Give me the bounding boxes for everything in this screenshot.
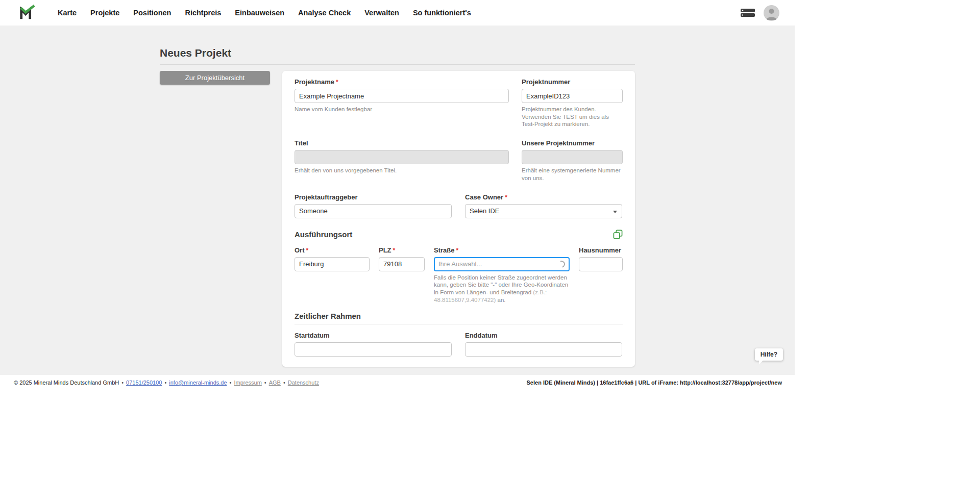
nav-item-positionen[interactable]: Positionen [133, 9, 171, 17]
footer-bar: © 2025 Mineral Minds Deutschland GmbH • … [0, 375, 795, 390]
case-owner-label: Case Owner* [465, 193, 622, 201]
startdatum-label: Startdatum [295, 332, 452, 339]
form-row-name-number: Projektname* Name vom Kunden festlegbar … [295, 78, 623, 128]
nav-item-einbauweisen[interactable]: Einbauweisen [235, 9, 284, 17]
content-row: Zur Projektübersicht Projektname* Name v… [160, 71, 635, 367]
nav-item-karte[interactable]: Karte [58, 9, 77, 17]
server-icon[interactable] [740, 7, 755, 18]
zeitlicher-rahmen-title: Zeitlicher Rahmen [295, 312, 361, 320]
help-button-label: Hilfe? [761, 351, 777, 358]
plz-input[interactable] [379, 257, 425, 271]
strasse-input[interactable] [434, 257, 570, 271]
agb-link[interactable]: AGB [269, 379, 281, 386]
project-form-card: Projektname* Name vom Kunden festlegbar … [282, 71, 635, 367]
case-owner-value: Selen IDE [470, 207, 500, 215]
main-content: Neues Projekt Zur Projektübersicht Proje… [0, 26, 795, 375]
logo-icon [19, 4, 36, 21]
top-nav: Karte Projekte Positionen Richtpreis Ein… [0, 0, 795, 26]
projektnummer-label: Projektnummer [522, 78, 623, 86]
separator-dot: • [264, 379, 266, 386]
hausnummer-input[interactable] [579, 257, 623, 271]
form-row-dates: Startdatum Enddatum [295, 332, 623, 357]
required-mark: * [336, 79, 338, 86]
unsere-projektnummer-input [522, 150, 623, 164]
projektnummer-helper: Projektnummer des Kunden. Verwenden Sie … [522, 106, 623, 128]
zeitlicher-rahmen-section: Zeitlicher Rahmen Startdatum Enddatum [295, 312, 623, 357]
app-window: Karte Projekte Positionen Richtpreis Ein… [0, 0, 795, 390]
help-button[interactable]: Hilfe? [755, 348, 783, 361]
unsere-projektnummer-label: Unsere Projektnummer [522, 139, 623, 147]
impressum-link[interactable]: Impressum [234, 379, 261, 386]
projektauftraggeber-input[interactable] [295, 204, 452, 218]
required-mark: * [306, 247, 309, 254]
nav-item-projekte[interactable]: Projekte [90, 9, 119, 17]
page-container: Neues Projekt Zur Projektübersicht Proje… [160, 26, 635, 375]
projektname-input[interactable] [295, 89, 509, 103]
titel-helper: Erhält den von uns vorgegebenen Titel. [295, 167, 509, 174]
datenschutz-link[interactable]: Datenschutz [288, 379, 319, 386]
required-mark: * [456, 247, 458, 254]
divider [295, 324, 623, 324]
strasse-helper: Falls die Position keiner Straße zugeord… [434, 274, 570, 304]
titel-input [295, 150, 509, 164]
required-mark: * [393, 247, 396, 254]
nav-item-richtpreis[interactable]: Richtpreis [185, 9, 221, 17]
ausfuehrungsort-section-header: Ausführungsort [295, 230, 623, 239]
ort-input[interactable] [295, 257, 370, 271]
divider [160, 64, 635, 65]
titel-label: Titel [295, 139, 509, 147]
projektnummer-input[interactable] [522, 89, 623, 103]
unsere-projektnummer-helper: Erhält eine systemgenerierte Nummer von … [522, 167, 623, 182]
email-link[interactable]: info@mineral-minds.de [169, 379, 227, 386]
page-title: Neues Projekt [160, 47, 635, 59]
copyright-text: © 2025 Mineral Minds Deutschland GmbH [14, 379, 119, 386]
nav-item-verwalten[interactable]: Verwalten [364, 9, 399, 17]
chevron-down-icon [613, 211, 617, 213]
nav-item-so-funktionierts[interactable]: So funktioniert's [413, 9, 471, 17]
ausfuehrungsort-title: Ausführungsort [295, 230, 352, 239]
help-bubble-tail [759, 360, 764, 364]
copy-address-icon[interactable] [613, 230, 623, 239]
left-column: Zur Projektübersicht [160, 71, 270, 85]
footer-left: © 2025 Mineral Minds Deutschland GmbH • … [14, 379, 319, 386]
required-mark: * [505, 194, 507, 201]
session-info: Selen IDE (Mineral Minds) | 16fae1ffc6a6… [527, 379, 782, 386]
mineral-minds-logo[interactable] [19, 4, 36, 22]
projektname-helper: Name vom Kunden festlegbar [295, 106, 509, 113]
user-avatar[interactable] [764, 5, 779, 21]
ort-label: Ort* [295, 246, 370, 254]
nav-right-actions [740, 5, 779, 21]
person-icon [764, 5, 779, 21]
strasse-label: Straße* [434, 246, 570, 254]
enddatum-input[interactable] [465, 342, 622, 357]
hausnummer-label: Hausnummer [579, 246, 623, 254]
projektauftraggeber-label: Projektauftraggeber [295, 193, 452, 201]
separator-dot: • [121, 379, 124, 386]
case-owner-select[interactable]: Selen IDE [465, 204, 622, 218]
nav-item-analyse-check[interactable]: Analyse Check [298, 9, 351, 17]
projektname-label: Projektname* [295, 78, 509, 86]
project-overview-button[interactable]: Zur Projektübersicht [160, 71, 270, 85]
separator-dot: • [283, 379, 285, 386]
separator-dot: • [230, 379, 232, 386]
startdatum-input[interactable] [295, 342, 452, 357]
form-row-address: Ort* PLZ* Straße* [295, 246, 623, 304]
phone-link[interactable]: 07151/250100 [126, 379, 162, 386]
enddatum-label: Enddatum [465, 332, 622, 339]
strasse-input-wrap [434, 257, 570, 271]
plz-label: PLZ* [379, 246, 425, 254]
form-row-owner: Projektauftraggeber Case Owner* Selen ID… [295, 193, 623, 218]
form-row-titel-number: Titel Erhält den von uns vorgegebenen Ti… [295, 139, 623, 182]
separator-dot: • [164, 379, 166, 386]
nav-links: Karte Projekte Positionen Richtpreis Ein… [58, 9, 471, 17]
